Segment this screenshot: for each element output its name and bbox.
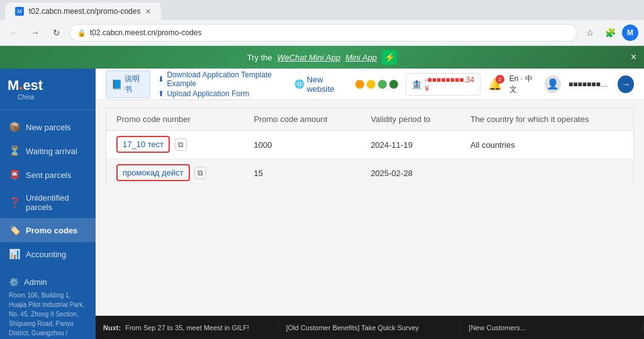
profile-icon[interactable]: M [621, 24, 639, 42]
browser-chrome: M t02.cabcn.meest.cn/promo-codes × ← → ↻… [0, 0, 644, 46]
table-area: Promo code number Promo code amount Vali… [96, 100, 644, 316]
extensions-icon[interactable]: 🧩 [601, 24, 619, 42]
bottom-text-1: From Sep 27 to 35, meet Meest in GILF! [125, 324, 249, 331]
promo-code-value-1: 17_10 тест [116, 136, 170, 153]
upload-form-link[interactable]: ⬆ Upload Application Form [158, 89, 294, 98]
bookmark-icon[interactable]: ☆ [581, 24, 599, 42]
status-dot-green2 [389, 80, 398, 89]
sidebar-item-promo-codes[interactable]: 🏷️ Promo codes [0, 218, 96, 242]
accounting-icon: 📊 [9, 248, 21, 260]
sidebar-item-label: Unidentified parcels [26, 193, 87, 212]
manual-badge: 📘 说明书 [106, 70, 150, 98]
validity-cell-2: 2025-02-28 [360, 159, 460, 187]
admin-icon: ⚙️ [9, 277, 19, 287]
sidebar-nav: 📦 New parcels ⏳ Waiting arrival 📮 Sent p… [0, 110, 96, 271]
balance-amount: -■■■■■■■■.34 ¥ [425, 75, 474, 93]
logo-sub: China [9, 94, 43, 101]
mini-app-label: Mini App [345, 53, 377, 62]
sidebar-item-label: Sent parcels [26, 170, 71, 180]
manual-label: 说明书 [125, 74, 145, 95]
sidebar-item-label: Promo codes [26, 226, 77, 235]
sidebar-item-accounting[interactable]: 📊 Accounting [0, 242, 96, 266]
url-text: t02.cabcn.meest.cn/promo-codes [90, 28, 201, 37]
sidebar-item-waiting-arrival[interactable]: ⏳ Waiting arrival [0, 139, 96, 163]
logout-button[interactable]: → [618, 75, 634, 93]
download-template-link[interactable]: ⬇ Download Application Template Example [158, 70, 294, 88]
profile-circle: M [622, 25, 638, 41]
wechat-link[interactable]: WeChat Mini App [277, 53, 340, 62]
user-name: ■■■■■■■■■■ [569, 80, 610, 89]
country-cell-1: All countries [460, 131, 634, 159]
sidebar-item-unidentified-parcels[interactable]: ❓ Unidentified parcels [0, 187, 96, 218]
unidentified-icon: ❓ [9, 197, 21, 208]
amount-cell-1: 1000 [244, 131, 361, 159]
language-selector[interactable]: En · 中文 [509, 74, 538, 95]
browser-tabs: M t02.cabcn.meest.cn/promo-codes × [0, 0, 644, 20]
sub-header: 📘 说明书 ⬇ Download Application Template Ex… [96, 69, 644, 100]
logo-text: M●est [8, 77, 43, 93]
banner-text: Try the [247, 53, 272, 62]
forward-button[interactable]: → [26, 24, 44, 42]
admin-text: Admin [24, 277, 47, 287]
active-tab[interactable]: M t02.cabcn.meest.cn/promo-codes × [5, 3, 161, 20]
sidebar-item-label: New parcels [26, 123, 71, 132]
banner-close-button[interactable]: × [631, 52, 636, 63]
sub-header-left: 📘 说明书 ⬇ Download Application Template Ex… [106, 70, 294, 98]
table-row: 17_10 тест ⧉ 1000 2024-11-19 All countri… [106, 131, 634, 159]
lock-icon: 🔒 [77, 29, 86, 37]
reload-button[interactable]: ↻ [48, 24, 65, 42]
bottom-notification-bar: Nuxt: From Sep 27 to 35, meet Meest in G… [96, 316, 644, 339]
bottom-news-item-2[interactable]: [Old Customer Benefits] Take Quick Surve… [279, 324, 462, 331]
sidebar-item-sent-parcels[interactable]: 📮 Sent parcels [0, 163, 96, 187]
bottom-news-item-1[interactable]: Nuxt: From Sep 27 to 35, meet Meest in G… [96, 324, 279, 331]
country-cell-2 [460, 159, 634, 187]
table-row: промокад дейст ⧉ 15 2025-02-28 [106, 159, 634, 187]
user-avatar[interactable]: 👤 [545, 75, 561, 93]
col-validity: Validity period to [360, 108, 460, 131]
browser-toolbar: ← → ↻ 🔒 t02.cabcn.meest.cn/promo-codes ☆… [0, 20, 644, 45]
bottom-text-2: [Old Customer Benefits] Take Quick Surve… [286, 324, 419, 331]
download-link-text: Download Application Template Example [167, 70, 294, 88]
manual-icon: 📘 [111, 79, 122, 89]
sidebar: M●est China 📦 New parcels ⏳ Waiting arri… [0, 69, 96, 339]
main-layout: M●est China 📦 New parcels ⏳ Waiting arri… [0, 69, 644, 339]
avatar-icon: 👤 [547, 78, 559, 90]
bottom-label-1: Nuxt: [103, 324, 121, 331]
sub-header-right: 🌐 New website 🏦 -■■■■■■■■.34 ¥ � [294, 73, 634, 96]
toolbar-icons: ☆ 🧩 M [581, 24, 639, 42]
sidebar-item-label: Accounting [26, 250, 66, 259]
copy-promo-code-1-button[interactable]: ⧉ [175, 138, 187, 151]
app-container: Try the WeChat Mini App Mini App ⚡ × M●e… [0, 46, 644, 339]
new-website-label: New website [307, 75, 348, 94]
sidebar-item-label: Waiting arrival [26, 147, 77, 156]
status-dots [355, 80, 398, 89]
balance-icon: 🏦 [411, 79, 422, 89]
status-dot-green1 [378, 80, 387, 89]
back-button[interactable]: ← [5, 24, 23, 42]
download-icon: ⬇ [158, 75, 164, 84]
bottom-news-item-3[interactable]: [New Customers... [461, 324, 644, 331]
globe-icon: 🌐 [294, 79, 304, 89]
address-bar[interactable]: 🔒 t02.cabcn.meest.cn/promo-codes [69, 24, 577, 42]
col-country: The country for which it operates [460, 108, 634, 131]
bottom-text-3: [New Customers... [469, 324, 525, 331]
promo-code-value-2: промокад дейст [116, 164, 190, 181]
status-dot-yellow [367, 80, 375, 89]
promo-code-cell-2: промокад дейст ⧉ [106, 159, 244, 187]
amount-cell-2: 15 [244, 159, 361, 187]
tab-close-btn[interactable]: × [145, 6, 150, 16]
col-amount: Promo code amount [244, 108, 361, 131]
admin-label: ⚙️ Admin [9, 277, 87, 287]
promo-codes-table: Promo code number Promo code amount Vali… [106, 108, 634, 187]
lang-text: En · 中文 [509, 74, 538, 95]
logo-container: M●est China [8, 77, 43, 101]
sidebar-item-new-parcels[interactable]: 📦 New parcels [0, 115, 96, 139]
tab-title: t02.cabcn.meest.cn/promo-codes [29, 7, 140, 16]
upload-icon: ⬆ [158, 89, 164, 98]
new-website-button[interactable]: 🌐 New website [294, 75, 348, 94]
copy-promo-code-2-button[interactable]: ⧉ [194, 167, 206, 179]
notification-button[interactable]: 🔔 2 [488, 77, 502, 91]
promo-code-cell-1: 17_10 тест ⧉ [106, 131, 244, 159]
notification-badge: 2 [496, 75, 504, 84]
col-promo-code: Promo code number [106, 108, 244, 131]
